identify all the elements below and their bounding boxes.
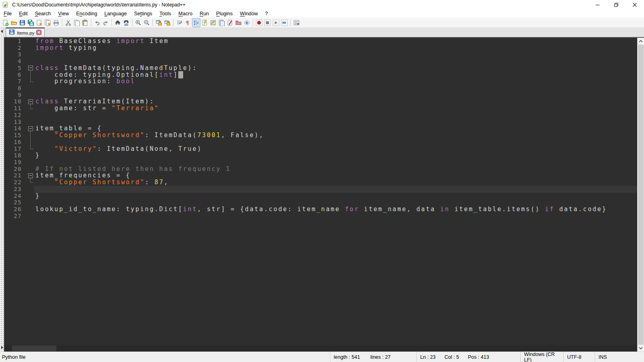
tab-scroll-left-icon[interactable] — [1, 30, 3, 33]
menu-bar: FileEditSearchViewEncodingLanguageSettin… — [0, 10, 644, 18]
document-map-icon[interactable] — [209, 19, 217, 27]
macro-run-multiple-icon[interactable] — [281, 19, 288, 27]
menu-item-file[interactable]: File — [0, 10, 15, 18]
cut-icon[interactable] — [64, 19, 72, 27]
folder-as-workspace-icon[interactable] — [235, 19, 242, 27]
show-all-characters-icon[interactable]: ¶ — [184, 19, 192, 27]
tab-close-icon[interactable] — [36, 29, 41, 37]
code-line-7[interactable]: progression: bool — [35, 78, 135, 85]
word-wrap-icon[interactable] — [175, 19, 183, 27]
code-token: int — [159, 71, 174, 78]
close-file-icon[interactable] — [35, 19, 43, 27]
code-line-17[interactable]: "Victory": ItemData(None, True) — [35, 146, 202, 152]
zoom-out-icon[interactable] — [143, 19, 151, 27]
status-insert-mode[interactable]: INS — [595, 352, 644, 362]
zoom-in-icon[interactable] — [134, 19, 142, 27]
fold-collapse-icon[interactable] — [28, 99, 33, 104]
horizontal-scrollbar[interactable] — [4, 345, 637, 352]
code-line-26[interactable]: lookup_id_to_name: typing.Dict[int, str]… — [35, 206, 607, 213]
sync-horizontal-icon[interactable] — [163, 19, 171, 27]
code-line-5[interactable]: class ItemData(typing.NamedTuple): — [35, 65, 197, 72]
horizontal-scrollbar-thumb[interactable] — [12, 346, 56, 351]
status-encoding[interactable]: UTF-8 — [564, 352, 595, 362]
restore-button[interactable] — [607, 0, 625, 10]
line-number: 1 — [4, 38, 22, 45]
macro-play-icon[interactable] — [272, 19, 280, 27]
close-button[interactable] — [625, 0, 644, 10]
code-line-15[interactable]: "Copper Shortsword": ItemData(73001, Fal… — [35, 132, 264, 139]
svg-text:¶: ¶ — [186, 19, 190, 26]
code-line-24[interactable]: } — [35, 193, 40, 200]
menu-item-edit[interactable]: Edit — [15, 10, 31, 18]
code-token: : — [145, 179, 155, 186]
code-line-20[interactable]: # If not listed here then has frequency … — [35, 166, 231, 173]
menu-item-tools[interactable]: Tools — [156, 10, 175, 18]
code-editor[interactable]: 1from BaseClasses import Item2import typ… — [4, 38, 637, 345]
menu-item-plugins[interactable]: Plugins — [213, 10, 236, 18]
menu-item-encoding[interactable]: Encoding — [72, 10, 101, 18]
scroll-up-icon[interactable] — [638, 38, 644, 45]
code-line-18[interactable]: } — [35, 152, 40, 159]
minimize-button[interactable] — [588, 0, 607, 10]
menu-item-help[interactable]: ? — [262, 10, 272, 18]
macro-stop-icon[interactable] — [264, 19, 271, 27]
code-token: 73001 — [197, 132, 221, 139]
code-line-11[interactable]: game: str = "Terraria" — [35, 105, 159, 112]
fold-guide-line — [30, 178, 33, 183]
code-token: item_name, data — [359, 206, 440, 213]
menu-item-search[interactable]: Search — [31, 10, 55, 18]
sync-vertical-icon[interactable] — [155, 19, 163, 27]
code-line-10[interactable]: class TerrariaItem(Item): — [35, 98, 155, 105]
close-all-icon[interactable] — [44, 19, 52, 27]
fold-collapse-icon[interactable] — [28, 66, 33, 70]
copy-icon[interactable] — [73, 19, 80, 27]
new-file-icon[interactable] — [2, 19, 9, 27]
menu-item-run[interactable]: Run — [196, 10, 213, 18]
open-file-icon[interactable] — [10, 19, 18, 27]
line-number: 22 — [4, 179, 22, 186]
scroll-down-icon[interactable] — [638, 345, 644, 352]
fold-collapse-icon[interactable] — [28, 173, 33, 178]
code-line-2[interactable]: import typing — [35, 45, 97, 51]
save-all-icon[interactable] — [27, 19, 35, 27]
menu-item-view[interactable]: View — [54, 10, 72, 18]
code-token: class — [35, 64, 59, 72]
print-icon[interactable] — [52, 19, 60, 27]
macro-record-icon[interactable] — [255, 19, 263, 27]
code-line-21[interactable]: item_frequencies = { — [35, 172, 131, 179]
menu-item-settings[interactable]: Settings — [130, 10, 156, 18]
undo-icon[interactable] — [93, 19, 101, 27]
redo-icon[interactable] — [102, 19, 109, 27]
line-number: 14 — [4, 125, 22, 132]
vertical-scrollbar-thumb[interactable] — [638, 45, 644, 345]
status-eol-format[interactable]: Windows (CR LF) — [520, 352, 564, 362]
code-token: in — [440, 206, 450, 213]
monitoring-icon[interactable] — [243, 19, 251, 27]
code-token: item_table = { — [35, 125, 102, 132]
fold-collapse-icon[interactable] — [28, 126, 33, 131]
vertical-scrollbar[interactable] — [637, 38, 644, 352]
menu-item-macro[interactable]: Macro — [175, 10, 196, 18]
notepad-plus-plus-window: C:\Users\Dood\Documents\tmp\Archipelago\… — [0, 0, 644, 362]
code-line-1[interactable]: from BaseClasses import Item — [35, 38, 169, 45]
find-icon[interactable] — [114, 19, 122, 27]
current-line-highlight — [34, 186, 637, 193]
document-list-icon[interactable] — [218, 19, 225, 27]
show-indent-guide-icon[interactable] — [192, 19, 200, 27]
menu-item-window[interactable]: Window — [236, 10, 261, 18]
function-list-icon[interactable] — [226, 19, 234, 27]
menu-item-language[interactable]: Language — [101, 10, 130, 18]
tab-scroll-right-icon[interactable] — [1, 346, 3, 349]
style-configurator-icon[interactable] — [201, 19, 208, 27]
tab-items-py[interactable]: Items.py — [6, 27, 45, 37]
macro-save-icon[interactable] — [293, 19, 300, 27]
code-token: typing — [64, 44, 97, 51]
code-token: } — [35, 152, 40, 159]
code-line-22[interactable]: "Copper Shortsword": 87, — [35, 179, 169, 186]
save-file-icon[interactable] — [19, 19, 26, 27]
replace-icon[interactable]: ab — [122, 19, 130, 27]
paste-icon[interactable] — [81, 19, 89, 27]
code-line-6[interactable]: code: typing.Optional[int] — [35, 72, 183, 78]
line-number: 23 — [4, 186, 22, 193]
code-line-14[interactable]: item_table = { — [35, 125, 102, 132]
